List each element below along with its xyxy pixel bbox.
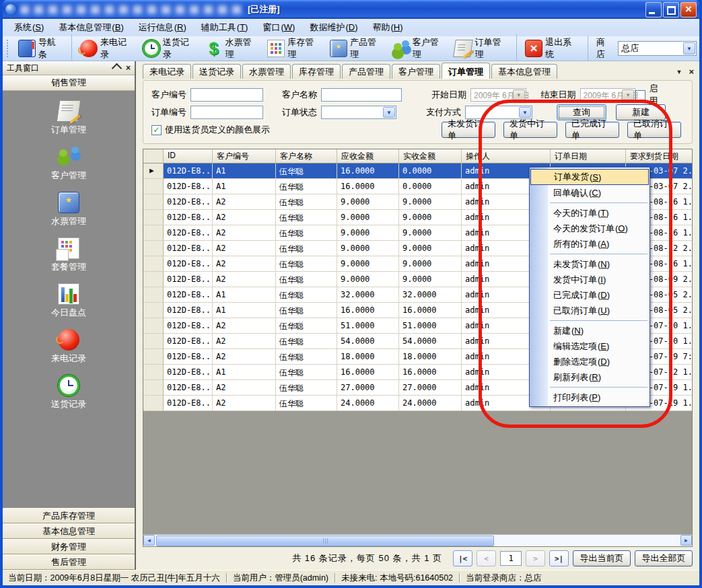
toolbar-button[interactable]: 库存管理 [263, 34, 326, 63]
tab[interactable]: 送货记录 [192, 64, 241, 79]
chevron-down-icon[interactable]: ▼ [513, 89, 525, 100]
toolbar-button[interactable]: 产品管理 [326, 34, 388, 63]
next-page-button[interactable]: > [526, 550, 545, 566]
sidebar-group-button[interactable]: 产品库存管理 [3, 508, 135, 523]
row-selector-cell[interactable] [143, 179, 164, 194]
close-button[interactable] [680, 2, 697, 17]
row-selector-cell[interactable] [143, 380, 164, 396]
column-header[interactable]: 客户名称 [276, 149, 337, 163]
row-selector-cell[interactable] [143, 210, 164, 225]
tab[interactable]: 来电记录 [143, 64, 191, 79]
toolbar-button[interactable]: 来电记录 [71, 34, 139, 63]
toolbar-button[interactable]: 送货记录 [139, 34, 201, 63]
row-selector-cell[interactable] [143, 365, 164, 380]
first-page-button[interactable]: |< [453, 550, 472, 566]
tab[interactable]: 水票管理 [242, 64, 291, 79]
page-number-input[interactable] [500, 551, 522, 566]
scroll-left-icon[interactable]: ◄ [143, 535, 155, 546]
maximize-button[interactable] [663, 2, 679, 17]
row-selector-cell[interactable] [143, 194, 164, 210]
horizontal-scrollbar[interactable]: ◄ ► [143, 534, 692, 546]
row-selector-cell[interactable] [143, 303, 164, 318]
chevron-down-icon[interactable]: ▼ [519, 107, 531, 118]
toolbar-button[interactable]: 水票管理 [201, 34, 263, 63]
column-header[interactable]: 客户编号 [213, 149, 276, 163]
minimize-button[interactable] [645, 2, 662, 17]
context-menu-item[interactable]: 未发货订单N [530, 256, 650, 272]
menu-item[interactable]: 辅助工具T [194, 20, 256, 36]
tab[interactable]: 库存管理 [292, 64, 341, 79]
sidebar-item[interactable]: 客户管理 [51, 146, 86, 182]
tab[interactable]: 产品管理 [342, 64, 390, 79]
sidebar-item[interactable]: 订单管理 [51, 100, 86, 136]
column-header[interactable]: 订单日期 [551, 149, 626, 163]
toolbar-button[interactable]: 客户管理 [388, 34, 451, 63]
context-menu-item[interactable]: 订单发货S [530, 169, 649, 185]
row-selector-cell[interactable] [143, 272, 164, 287]
context-menu-item[interactable]: 发货中订单I [530, 272, 650, 287]
context-menu-item[interactable]: 新建N [530, 323, 650, 338]
sidebar-group-sales[interactable]: 销售管理 [3, 75, 135, 91]
end-date-picker[interactable]: 2009年 6月 8日 ▼ [580, 88, 636, 102]
context-menu-item[interactable]: 编辑选定项E [530, 338, 650, 354]
customer-name-input[interactable] [321, 88, 402, 102]
pin-icon[interactable] [112, 63, 122, 73]
order-status-filter-button[interactable]: 发货中订单 [503, 122, 557, 138]
shop-select[interactable]: 总店 ▼ [618, 41, 697, 56]
toolbar-button[interactable]: 退出系统 [516, 34, 584, 63]
tab-list-dropdown-icon[interactable]: ▼ [676, 69, 682, 75]
chevron-down-icon[interactable]: ▼ [383, 107, 395, 118]
scrollbar-thumb[interactable] [156, 536, 494, 546]
row-selector-cell[interactable] [143, 241, 164, 256]
column-header[interactable]: 实收金额 [399, 149, 462, 163]
context-menu-item[interactable]: 所有的订单A [530, 236, 650, 252]
sidebar-item[interactable]: 水票管理 [51, 192, 86, 227]
sidebar-item[interactable]: 来电记录 [51, 329, 86, 365]
scroll-right-icon[interactable]: ► [680, 535, 692, 546]
tab-close-icon[interactable]: × [689, 67, 694, 76]
color-display-checkbox[interactable] [151, 125, 162, 135]
row-selector-cell[interactable] [143, 334, 164, 349]
row-selector-cell[interactable] [143, 349, 164, 365]
context-menu-item[interactable]: 回单确认C [530, 185, 650, 200]
export-all-pages-button[interactable]: 导出全部页 [635, 550, 693, 566]
sidebar-item[interactable]: 今日盘点 [51, 283, 86, 319]
chevron-down-icon[interactable]: ▼ [622, 89, 634, 100]
context-menu-item[interactable]: 今天的发货订单O [530, 221, 650, 236]
toolbar-button[interactable]: 订单管理 [450, 34, 513, 63]
column-header[interactable]: 应收金额 [337, 149, 399, 163]
sidebar-group-button[interactable]: 基本信息管理 [3, 523, 135, 539]
menu-item[interactable]: 数据维护D [302, 20, 365, 36]
last-page-button[interactable]: >| [549, 550, 569, 566]
menu-item[interactable]: 帮助H [365, 20, 410, 36]
context-menu-item[interactable]: 刷新列表R [530, 369, 650, 385]
tab[interactable]: 订单管理 [442, 63, 490, 79]
menu-item[interactable]: 基本信息管理B [51, 20, 131, 36]
row-selector-cell[interactable] [143, 287, 164, 303]
row-selector-cell[interactable] [143, 318, 164, 334]
prev-page-button[interactable]: < [477, 550, 496, 566]
sidebar-item[interactable]: 套餐管理 [51, 237, 86, 273]
pay-method-select[interactable]: ▼ [465, 106, 532, 119]
close-icon[interactable]: × [126, 64, 131, 72]
order-status-filter-button[interactable]: 已完成订单 [565, 122, 619, 138]
sidebar-group-button[interactable]: 财务管理 [3, 539, 135, 554]
tab[interactable]: 基本信息管理 [491, 64, 557, 79]
context-menu-item[interactable]: 今天的订单T [530, 205, 650, 221]
customer-no-input[interactable] [190, 88, 263, 102]
toolbar-grip[interactable] [7, 40, 11, 57]
context-menu-item[interactable]: 已取消订单U [530, 303, 650, 318]
menu-item[interactable]: 窗口W [255, 20, 302, 36]
sidebar-item[interactable]: 送货记录 [51, 375, 86, 410]
order-status-filter-button[interactable]: 已取消订单 [627, 122, 681, 138]
menu-item[interactable]: 运行信息R [131, 20, 194, 36]
menu-item[interactable]: 系统S [7, 20, 51, 36]
sidebar-group-button[interactable]: 售后管理 [3, 554, 135, 570]
chevron-down-icon[interactable]: ▼ [683, 42, 695, 54]
order-status-select[interactable]: ▼ [321, 106, 396, 119]
column-header[interactable]: 操作人 [462, 149, 551, 163]
row-selector-cell[interactable] [143, 225, 164, 241]
toolbar-button[interactable]: 导航条 [14, 34, 68, 63]
column-header[interactable]: ID [164, 149, 213, 163]
tab[interactable]: 客户管理 [392, 64, 440, 79]
